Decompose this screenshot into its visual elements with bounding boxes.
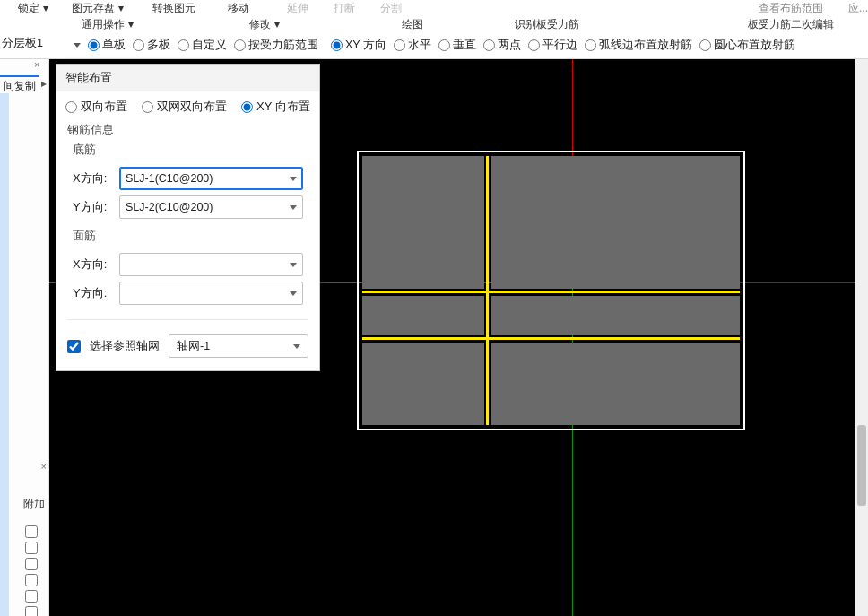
y-bottom-value: SLJ-2(C10@200) bbox=[126, 201, 213, 213]
slab-outline bbox=[357, 151, 745, 430]
radio-doublenet-bidir[interactable]: 双网双向布置 bbox=[142, 99, 227, 115]
tab-between-copy[interactable]: 间复制 bbox=[0, 75, 39, 93]
smart-layout-panel: 智能布置 双向布置 双网双向布置 XY 向布置 钢筋信息 底筋 X方向: SLJ… bbox=[56, 64, 320, 371]
apply-fragment[interactable]: 应... bbox=[848, 1, 868, 16]
bottom-rebar-group: X方向: SLJ-1(C10@200) Y方向: SLJ-2(C10@200) bbox=[56, 158, 319, 228]
chevron-down-icon[interactable] bbox=[74, 43, 81, 48]
layer-combo[interactable]: 分层板1 bbox=[2, 36, 72, 56]
radio-by-rebar-range[interactable]: 按受力筋范围 bbox=[234, 38, 318, 53]
chevron-down-icon[interactable] bbox=[290, 205, 297, 210]
move-fragment[interactable]: 移动 bbox=[228, 1, 249, 16]
radio-custom[interactable]: 自定义 bbox=[178, 38, 227, 53]
lock-fragment[interactable]: 锁定 bbox=[18, 1, 39, 16]
y-top-combo[interactable] bbox=[119, 282, 303, 305]
attach-check-3[interactable] bbox=[25, 558, 38, 570]
rebar-line-horizontal bbox=[362, 291, 740, 293]
attach-label: 附加 bbox=[23, 497, 45, 512]
attach-checkboxes bbox=[25, 525, 38, 616]
sidebar-bluebar bbox=[0, 93, 9, 616]
attach-check-2[interactable] bbox=[25, 542, 38, 554]
break-fragment: 打断 bbox=[334, 1, 355, 16]
extend-fragment: 延伸 bbox=[287, 1, 308, 16]
x-bottom-combo[interactable]: SLJ-1(C10@200) bbox=[119, 167, 303, 190]
chevron-down-icon[interactable]: ▾ bbox=[128, 18, 134, 30]
radio-vertical[interactable]: 垂直 bbox=[438, 38, 476, 53]
radio-two-points[interactable]: 两点 bbox=[483, 38, 521, 53]
panel-title: 智能布置 bbox=[56, 65, 319, 91]
separator bbox=[67, 319, 308, 320]
slab-cell bbox=[362, 343, 484, 425]
y-bottom-combo[interactable]: SLJ-2(C10@200) bbox=[119, 195, 303, 219]
attach-check-4[interactable] bbox=[25, 574, 38, 586]
chevron-down-icon[interactable] bbox=[293, 344, 300, 349]
options-toolbar: 分层板1 单板 多板 自定义 按受力筋范围 XY 方向 水平 垂直 两点 平行边… bbox=[0, 32, 868, 59]
radio-arc-edge-radial[interactable]: 弧线边布置放射筋 bbox=[585, 38, 692, 53]
left-sidebar: × 间复制 ▸ × 附加 bbox=[0, 59, 49, 616]
y-dir-label: Y方向: bbox=[73, 199, 114, 215]
vertical-scrollbar[interactable] bbox=[855, 59, 868, 616]
attach-check-5[interactable] bbox=[25, 590, 38, 603]
slab-cell bbox=[491, 296, 740, 335]
attach-check-1[interactable] bbox=[25, 525, 38, 538]
ref-axis-combo[interactable]: 轴网-1 bbox=[169, 334, 308, 358]
ribbon-groups: 通用操作 ▾ 修改 ▾ 绘图 识别板受力筋 板受力筋二次编辑 bbox=[0, 16, 868, 32]
x-dir-label: X方向: bbox=[73, 170, 114, 187]
top-rebar-label: 面筋 bbox=[56, 228, 319, 244]
radio-multi-board[interactable]: 多板 bbox=[133, 38, 170, 53]
group-common-ops[interactable]: 通用操作 bbox=[82, 18, 125, 30]
radio-single-board[interactable]: 单板 bbox=[88, 38, 126, 53]
chevron-down-icon[interactable] bbox=[290, 263, 297, 267]
layout-mode-radios: 双向布置 双网双向布置 XY 向布置 bbox=[56, 91, 319, 118]
slab-cell bbox=[362, 296, 484, 335]
y-dir-label: Y方向: bbox=[73, 285, 114, 301]
x-bottom-value: SLJ-1(C10@200) bbox=[126, 172, 213, 185]
x-dir-label: X方向: bbox=[73, 256, 114, 273]
radio-bidirectional[interactable]: 双向布置 bbox=[65, 99, 127, 115]
group-modify[interactable]: 修改 bbox=[249, 18, 271, 30]
save-el-fragment[interactable]: 图元存盘 bbox=[72, 1, 115, 16]
more-icon[interactable]: ▸ bbox=[39, 75, 48, 93]
slab-cell bbox=[491, 343, 740, 425]
ref-axis-value: 轴网-1 bbox=[177, 339, 210, 354]
rebar-info-label: 钢筋信息 bbox=[56, 118, 319, 138]
reference-axis-row: 选择参照轴网 轴网-1 bbox=[56, 325, 319, 370]
radio-parallel-edge[interactable]: 平行边 bbox=[528, 38, 577, 53]
group-draw: 绘图 bbox=[402, 18, 423, 30]
green-stub-left bbox=[317, 282, 357, 283]
scrollbar-thumb[interactable] bbox=[857, 425, 866, 506]
chevron-down-icon[interactable] bbox=[290, 177, 297, 181]
sidebar-tabstrip: 间复制 ▸ bbox=[0, 75, 48, 93]
group-secondedit: 板受力筋二次编辑 bbox=[748, 18, 834, 30]
chevron-down-icon[interactable] bbox=[290, 291, 297, 296]
radio-xy-layout[interactable]: XY 向布置 bbox=[241, 99, 310, 115]
slab-cell bbox=[362, 156, 484, 289]
chevron-down-icon[interactable]: ▾ bbox=[274, 18, 280, 30]
group-detect: 识别板受力筋 bbox=[515, 18, 579, 30]
ribbon-fragments: 锁定 ▾ 图元存盘 ▾ 转换图元 移动 延伸 打断 分割 查看布筋范围 应... bbox=[0, 0, 868, 16]
close-icon[interactable]: × bbox=[34, 59, 45, 70]
radio-center-radial[interactable]: 圆心布置放射筋 bbox=[699, 38, 795, 53]
attach-check-6[interactable] bbox=[25, 606, 38, 616]
radio-horizontal[interactable]: 水平 bbox=[394, 38, 431, 53]
convert-fragment[interactable]: 转换图元 bbox=[152, 1, 195, 16]
split-fragment: 分割 bbox=[380, 1, 402, 16]
board-scope-radios: 单板 多板 自定义 按受力筋范围 bbox=[88, 38, 324, 53]
check-range-fragment[interactable]: 查看布筋范围 bbox=[759, 1, 823, 16]
close-icon[interactable]: × bbox=[41, 461, 47, 472]
ref-axis-checkbox[interactable] bbox=[67, 340, 81, 353]
slab-cell bbox=[491, 156, 740, 289]
radio-xy[interactable]: XY 方向 bbox=[331, 38, 386, 53]
ref-axis-label: 选择参照轴网 bbox=[90, 338, 160, 354]
rebar-line-horizontal bbox=[362, 337, 740, 340]
top-rebar-group: X方向: Y方向: bbox=[56, 244, 319, 314]
x-top-combo[interactable] bbox=[119, 253, 303, 276]
direction-radios: XY 方向 水平 垂直 两点 平行边 弧线边布置放射筋 圆心布置放射筋 bbox=[331, 38, 801, 53]
bottom-rebar-label: 底筋 bbox=[56, 138, 319, 158]
